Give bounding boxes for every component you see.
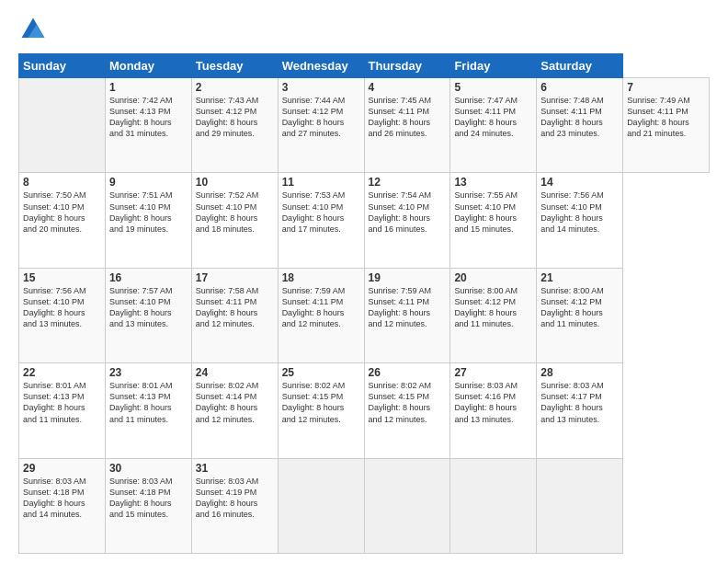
day-info: Sunrise: 7:57 AM Sunset: 4:10 PM Dayligh… bbox=[109, 285, 188, 330]
day-number: 3 bbox=[282, 81, 360, 94]
calendar-cell: 23Sunrise: 8:01 AM Sunset: 4:13 PM Dayli… bbox=[105, 363, 191, 458]
calendar-cell: 5Sunrise: 7:47 AM Sunset: 4:11 PM Daylig… bbox=[450, 78, 537, 173]
day-number: 20 bbox=[454, 271, 532, 284]
calendar-cell: 26Sunrise: 8:02 AM Sunset: 4:15 PM Dayli… bbox=[364, 363, 450, 458]
day-info: Sunrise: 7:42 AM Sunset: 4:13 PM Dayligh… bbox=[109, 95, 188, 140]
day-info: Sunrise: 7:47 AM Sunset: 4:11 PM Dayligh… bbox=[454, 95, 532, 140]
day-info: Sunrise: 7:52 AM Sunset: 4:10 PM Dayligh… bbox=[196, 190, 274, 235]
day-number: 22 bbox=[23, 366, 101, 379]
calendar-cell: 14Sunrise: 7:56 AM Sunset: 4:10 PM Dayli… bbox=[537, 173, 623, 268]
day-info: Sunrise: 8:00 AM Sunset: 4:12 PM Dayligh… bbox=[454, 285, 532, 330]
day-number: 23 bbox=[109, 366, 188, 379]
weekday-row: SundayMondayTuesdayWednesdayThursdayFrid… bbox=[19, 54, 710, 78]
day-number: 2 bbox=[196, 81, 274, 94]
day-number: 18 bbox=[282, 271, 360, 284]
day-info: Sunrise: 7:59 AM Sunset: 4:11 PM Dayligh… bbox=[369, 285, 447, 330]
day-number: 17 bbox=[196, 271, 274, 284]
day-number: 27 bbox=[454, 366, 532, 379]
day-number: 1 bbox=[109, 81, 188, 94]
calendar-cell: 31Sunrise: 8:03 AM Sunset: 4:19 PM Dayli… bbox=[191, 458, 278, 553]
day-number: 28 bbox=[540, 366, 619, 379]
day-number: 21 bbox=[540, 271, 619, 284]
day-info: Sunrise: 8:02 AM Sunset: 4:15 PM Dayligh… bbox=[369, 380, 447, 425]
calendar-cell: 25Sunrise: 8:02 AM Sunset: 4:15 PM Dayli… bbox=[278, 363, 364, 458]
weekday-header-wednesday: Wednesday bbox=[278, 54, 364, 78]
calendar-cell: 3Sunrise: 7:44 AM Sunset: 4:12 PM Daylig… bbox=[278, 78, 364, 173]
day-number: 19 bbox=[369, 271, 447, 284]
day-number: 10 bbox=[196, 176, 274, 189]
day-number: 5 bbox=[454, 81, 532, 94]
day-number: 26 bbox=[369, 366, 447, 379]
day-number: 29 bbox=[23, 462, 101, 475]
day-info: Sunrise: 7:43 AM Sunset: 4:12 PM Dayligh… bbox=[196, 95, 274, 140]
weekday-header-tuesday: Tuesday bbox=[191, 54, 278, 78]
calendar-cell bbox=[364, 458, 450, 553]
day-info: Sunrise: 7:55 AM Sunset: 4:10 PM Dayligh… bbox=[454, 190, 532, 235]
day-info: Sunrise: 7:48 AM Sunset: 4:11 PM Dayligh… bbox=[540, 95, 619, 140]
day-info: Sunrise: 7:50 AM Sunset: 4:10 PM Dayligh… bbox=[23, 190, 101, 235]
calendar-cell: 10Sunrise: 7:52 AM Sunset: 4:10 PM Dayli… bbox=[191, 173, 278, 268]
day-info: Sunrise: 8:03 AM Sunset: 4:18 PM Dayligh… bbox=[109, 476, 188, 521]
day-info: Sunrise: 8:03 AM Sunset: 4:18 PM Dayligh… bbox=[23, 476, 101, 521]
calendar-header: SundayMondayTuesdayWednesdayThursdayFrid… bbox=[19, 54, 710, 78]
calendar-cell bbox=[450, 458, 537, 553]
day-info: Sunrise: 8:00 AM Sunset: 4:12 PM Dayligh… bbox=[540, 285, 619, 330]
page: SundayMondayTuesdayWednesdayThursdayFrid… bbox=[0, 0, 728, 563]
calendar: SundayMondayTuesdayWednesdayThursdayFrid… bbox=[18, 53, 710, 554]
day-number: 13 bbox=[454, 176, 532, 189]
weekday-header-saturday: Saturday bbox=[537, 54, 623, 78]
calendar-cell bbox=[537, 458, 623, 553]
calendar-cell: 4Sunrise: 7:45 AM Sunset: 4:11 PM Daylig… bbox=[364, 78, 450, 173]
calendar-cell: 29Sunrise: 8:03 AM Sunset: 4:18 PM Dayli… bbox=[19, 458, 106, 553]
calendar-cell: 12Sunrise: 7:54 AM Sunset: 4:10 PM Dayli… bbox=[364, 173, 450, 268]
day-info: Sunrise: 8:03 AM Sunset: 4:16 PM Dayligh… bbox=[454, 380, 532, 425]
weekday-header-monday: Monday bbox=[105, 54, 191, 78]
day-info: Sunrise: 8:02 AM Sunset: 4:15 PM Dayligh… bbox=[282, 380, 360, 425]
calendar-cell: 30Sunrise: 8:03 AM Sunset: 4:18 PM Dayli… bbox=[105, 458, 191, 553]
day-number: 24 bbox=[196, 366, 274, 379]
day-info: Sunrise: 8:02 AM Sunset: 4:14 PM Dayligh… bbox=[196, 380, 274, 425]
day-number: 9 bbox=[109, 176, 188, 189]
day-info: Sunrise: 7:58 AM Sunset: 4:11 PM Dayligh… bbox=[196, 285, 274, 330]
day-info: Sunrise: 7:53 AM Sunset: 4:10 PM Dayligh… bbox=[282, 190, 360, 235]
calendar-cell: 8Sunrise: 7:50 AM Sunset: 4:10 PM Daylig… bbox=[19, 173, 106, 268]
calendar-body: 1Sunrise: 7:42 AM Sunset: 4:13 PM Daylig… bbox=[19, 78, 710, 554]
calendar-cell: 6Sunrise: 7:48 AM Sunset: 4:11 PM Daylig… bbox=[537, 78, 623, 173]
day-info: Sunrise: 7:56 AM Sunset: 4:10 PM Dayligh… bbox=[23, 285, 101, 330]
calendar-cell bbox=[19, 78, 106, 173]
calendar-week-1: 1Sunrise: 7:42 AM Sunset: 4:13 PM Daylig… bbox=[19, 78, 710, 173]
calendar-week-3: 15Sunrise: 7:56 AM Sunset: 4:10 PM Dayli… bbox=[19, 268, 710, 362]
day-number: 15 bbox=[23, 271, 101, 284]
day-number: 7 bbox=[627, 81, 705, 94]
day-number: 8 bbox=[23, 176, 101, 189]
weekday-header-thursday: Thursday bbox=[364, 54, 450, 78]
day-number: 4 bbox=[369, 81, 447, 94]
day-number: 16 bbox=[109, 271, 188, 284]
calendar-cell: 27Sunrise: 8:03 AM Sunset: 4:16 PM Dayli… bbox=[450, 363, 537, 458]
calendar-cell: 18Sunrise: 7:59 AM Sunset: 4:11 PM Dayli… bbox=[278, 268, 364, 362]
calendar-cell: 20Sunrise: 8:00 AM Sunset: 4:12 PM Dayli… bbox=[450, 268, 537, 362]
day-info: Sunrise: 8:01 AM Sunset: 4:13 PM Dayligh… bbox=[23, 380, 101, 425]
calendar-cell: 9Sunrise: 7:51 AM Sunset: 4:10 PM Daylig… bbox=[105, 173, 191, 268]
calendar-cell: 2Sunrise: 7:43 AM Sunset: 4:12 PM Daylig… bbox=[191, 78, 278, 173]
calendar-week-4: 22Sunrise: 8:01 AM Sunset: 4:13 PM Dayli… bbox=[19, 363, 710, 458]
calendar-cell: 11Sunrise: 7:53 AM Sunset: 4:10 PM Dayli… bbox=[278, 173, 364, 268]
calendar-cell: 21Sunrise: 8:00 AM Sunset: 4:12 PM Dayli… bbox=[537, 268, 623, 362]
calendar-cell: 1Sunrise: 7:42 AM Sunset: 4:13 PM Daylig… bbox=[105, 78, 191, 173]
day-number: 12 bbox=[369, 176, 447, 189]
calendar-cell: 15Sunrise: 7:56 AM Sunset: 4:10 PM Dayli… bbox=[19, 268, 106, 362]
weekday-header-friday: Friday bbox=[450, 54, 537, 78]
logo bbox=[18, 15, 51, 44]
day-info: Sunrise: 7:59 AM Sunset: 4:11 PM Dayligh… bbox=[282, 285, 360, 330]
logo-icon bbox=[18, 15, 48, 44]
calendar-cell: 22Sunrise: 8:01 AM Sunset: 4:13 PM Dayli… bbox=[19, 363, 106, 458]
calendar-cell: 16Sunrise: 7:57 AM Sunset: 4:10 PM Dayli… bbox=[105, 268, 191, 362]
day-number: 30 bbox=[109, 462, 188, 475]
calendar-cell: 13Sunrise: 7:55 AM Sunset: 4:10 PM Dayli… bbox=[450, 173, 537, 268]
day-info: Sunrise: 7:44 AM Sunset: 4:12 PM Dayligh… bbox=[282, 95, 360, 140]
day-number: 6 bbox=[540, 81, 619, 94]
day-number: 14 bbox=[540, 176, 619, 189]
weekday-header-sunday: Sunday bbox=[19, 54, 106, 78]
day-info: Sunrise: 7:45 AM Sunset: 4:11 PM Dayligh… bbox=[369, 95, 447, 140]
calendar-cell: 19Sunrise: 7:59 AM Sunset: 4:11 PM Dayli… bbox=[364, 268, 450, 362]
